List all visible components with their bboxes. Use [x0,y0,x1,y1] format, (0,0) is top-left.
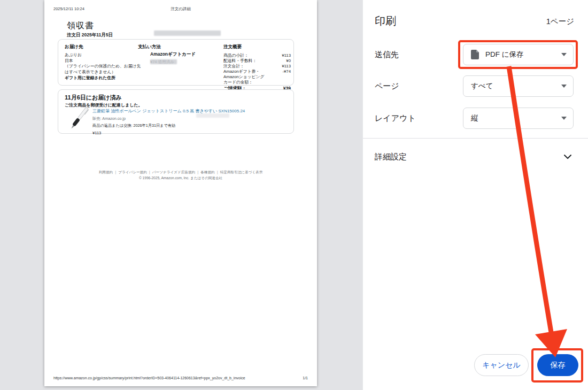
redacted-payment-detail [150,59,177,64]
summary-row: 配送料・手数料： ¥0 [223,58,291,64]
address-line: （プライバシーの保護のため、お届け先 [65,64,145,70]
pages-value: すべて [471,81,493,91]
product-seller: 販売: Amazon.co.jp [92,116,290,121]
summary-row: 商品の小計： ¥113 [223,53,291,58]
document-url: https://www.amazon.co.jp/gp/css/summary/… [53,376,245,380]
product-link: 三菱鉛筆 油性ボールペン ジェットストリーム 0.5 黒 書きやすい SXN15… [92,108,290,114]
pages-label: ページ [375,81,399,91]
cancel-button[interactable]: キャンセル [474,354,529,376]
redacted-order-id [154,30,221,36]
product-details: 三菱鉛筆 油性ボールペン ジェットストリーム 0.5 黒 書きやすい SXN15… [92,108,290,135]
address-line: あぷりお [65,52,145,58]
product-return-policy: 商品の返品または交換: 2026年1月31日まで有効 [92,123,290,128]
order-summary-column: 注文概要 商品の小計： ¥113 配送料・手数料： ¥0 注文合計： ¥113 [223,44,291,91]
document-title: 注文の詳細 [44,6,317,12]
print-dialog: 2025/12/11 10:24 注文の詳細 領収書 注文日 2025年11月5… [0,0,588,390]
layout-dropdown[interactable]: 縦 [463,108,574,129]
destination-dropdown[interactable]: PDF に保存 [463,44,574,65]
order-date: 注文日 2025年11月5日 [67,32,113,39]
pages-dropdown[interactable]: すべて [463,75,574,97]
layout-value: 縦 [471,113,478,123]
print-settings-panel: 印刷 1ページ 送信先 PDF に保存 ページ すべて レイアウト 縦 詳細設定 [362,0,588,390]
destination-label: 送信先 [375,50,399,60]
summary-heading: 注文概要 [223,44,291,50]
redacted-delivery-detail [196,113,229,118]
delivery-status-heading: 11月6日にお届け済み [65,94,122,102]
panel-divider [363,138,588,139]
payment-method: Amazonギフトカード [150,51,196,58]
shipping-heading: お届け先 [65,44,145,50]
chevron-down-icon [561,85,567,88]
page-count: 1ページ [546,17,574,27]
summary-row: Amazonショッピング [223,74,291,80]
dialog-title: 印刷 [375,14,396,28]
delivery-box: 11月6日にお届け済み ご注文商品を郵便受けに配達しました。 三菱鉛筆 油性ボー… [58,89,294,134]
address-line: はすべて表示できません） [65,70,145,75]
summary-row: カードの金額： [223,80,291,85]
address-line: 日本 [65,58,145,64]
page-fraction: 1/1 [303,376,308,380]
product-image-pen [67,107,90,132]
receipt-footer-links: 利用規約 ｜ プライバシー規約 ｜ パーソナライズド広告規約 ｜ 各種規約 ｜ … [44,170,317,175]
summary-rows: 商品の小計： ¥113 配送料・手数料： ¥0 注文合計： ¥113 Ama [223,53,291,91]
chevron-down-icon [564,154,571,159]
receipt-title: 領収書 [67,20,94,32]
receipt-copyright: © 1996-2025, Amazon.com, Inc. またはその関連会社 [44,176,317,181]
gift-address-note: ギフト用に登録された住所 [65,75,145,81]
print-preview-area: 2025/12/11 10:24 注文の詳細 領収書 注文日 2025年11月5… [0,0,362,390]
shipping-address: あぷりお 日本 （プライバシーの保護のため、お届け先 はすべて表示できません） … [65,52,145,81]
product-price: ¥113 [92,131,290,135]
order-info-box: お届け先 あぷりお 日本 （プライバシーの保護のため、お届け先 はすべて表示でき… [58,39,294,86]
layout-label: レイアウト [375,113,416,124]
summary-row: Amazonギフト券・ -¥74 [223,69,291,74]
shipping-address-column: お届け先 あぷりお 日本 （プライバシーの保護のため、お届け先 はすべて表示でき… [65,44,145,81]
chevron-down-icon [561,53,567,56]
pdf-file-icon [471,50,479,59]
summary-row: 注文合計： ¥113 [223,64,291,69]
preview-page: 2025/12/11 10:24 注文の詳細 領収書 注文日 2025年11月5… [44,0,317,386]
more-settings-toggle[interactable]: 詳細設定 [363,146,588,169]
more-settings-label: 詳細設定 [375,152,407,162]
chevron-down-icon [561,117,567,120]
save-button[interactable]: 保存 [537,354,578,376]
destination-value: PDF に保存 [485,50,524,59]
payment-heading: 支払い方法 [138,44,161,50]
